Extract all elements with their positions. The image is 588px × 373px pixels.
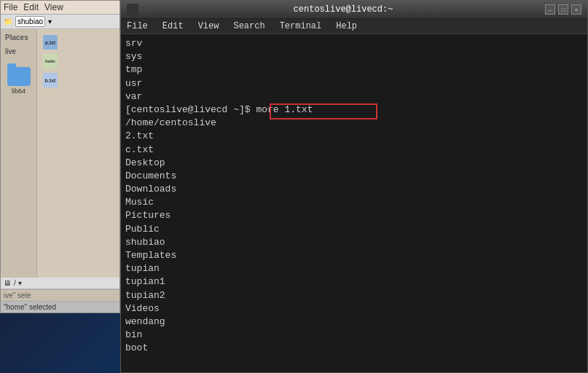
terminal-menu-search[interactable]: Search: [230, 20, 267, 32]
line-23: boot: [125, 342, 583, 355]
file-icon-hello: hello: [43, 54, 58, 68]
line-22: bin: [125, 329, 583, 342]
terminal-menu-help[interactable]: Help: [333, 20, 360, 32]
path-text[interactable]: / ▾: [14, 279, 22, 287]
line-6: /home/centoslive: [125, 117, 583, 130]
file-item-btxt[interactable]: b.txt: [43, 73, 114, 87]
minimize-button[interactable]: —: [545, 4, 555, 15]
line-10: Documents: [125, 170, 583, 183]
fm-menu-file[interactable]: File: [4, 2, 17, 12]
file-item-atxt[interactable]: a.txt: [43, 35, 114, 50]
file-icon-atxt: a.txt: [43, 35, 58, 50]
line-3: usr: [125, 77, 583, 90]
line-11: Downloads: [125, 183, 583, 196]
terminal-titlebar: centoslive@livecd:~ — □ ✕: [121, 1, 587, 19]
line-0: srv: [125, 37, 583, 50]
terminal-app-icon: [127, 4, 138, 15]
lib64-area: lib64: [2, 66, 35, 96]
shubiao-dropdown[interactable]: shubiao: [15, 16, 45, 27]
line-4: var: [125, 90, 583, 103]
line-12: Music: [125, 196, 583, 209]
line-9: Desktop: [125, 157, 583, 170]
places-item-live[interactable]: live: [2, 46, 35, 57]
line-13: Pictures: [125, 209, 583, 222]
line-16: Templates: [125, 249, 583, 262]
line-2: tmp: [125, 63, 583, 76]
dropdown-arrow-icon[interactable]: ▾: [48, 17, 52, 25]
terminal-window: centoslive@livecd:~ — □ ✕ File Edit View…: [120, 0, 588, 373]
line-21: wendang: [125, 315, 583, 329]
line-18: tupian1: [125, 275, 583, 288]
terminal-menu-edit[interactable]: Edit: [160, 20, 187, 32]
places-label: Places: [2, 32, 35, 43]
lib64-folder-icon[interactable]: [7, 67, 31, 86]
line-20: Videos: [125, 302, 583, 315]
home-selected-text: "home" selected: [4, 303, 56, 311]
terminal-body[interactable]: srv sys tmp usr var [centoslive@livecd ~…: [121, 34, 587, 372]
terminal-title: centoslive@livecd:~: [141, 4, 545, 15]
line-14: Public: [125, 223, 583, 236]
terminal-controls: — □ ✕: [545, 4, 581, 15]
line-8: c.txt: [125, 144, 583, 157]
line-17: tupian: [125, 262, 583, 275]
file-item-hello[interactable]: hello: [43, 54, 114, 68]
shubiao-bar: 📁 shubiao ▾: [1, 15, 119, 29]
folder-icon-small: 📁: [4, 17, 12, 25]
line-1: sys: [125, 50, 583, 63]
command-line-container: [centoslive@livecd ~]$ more 1.txt: [125, 103, 313, 117]
maximize-button[interactable]: □: [558, 4, 568, 15]
terminal-menu-terminal[interactable]: Terminal: [277, 20, 325, 32]
lib64-label: lib64: [12, 87, 26, 95]
file-icon-btxt: b.txt: [43, 73, 58, 87]
fm-content: Places live lib64 a.txt hello: [1, 29, 119, 278]
live-selected-text: ive" sele: [4, 291, 31, 299]
line-19: tupian2: [125, 289, 583, 302]
desktop: File Edit View 📁 shubiao ▾ Places live l…: [0, 0, 588, 373]
fm-menubar: File Edit View: [1, 1, 119, 15]
fm-main: a.txt hello b.txt: [37, 29, 119, 278]
fm-pathbar: 🖥 / ▾: [1, 278, 119, 289]
terminal-menu-view[interactable]: View: [195, 20, 222, 32]
fm-statusbar2: "home" selected: [1, 301, 119, 313]
path-icon: 🖥: [4, 279, 11, 287]
fm-menu-view[interactable]: View: [44, 2, 63, 12]
line-7: 2.txt: [125, 130, 583, 143]
terminal-menubar: File Edit View Search Terminal Help: [121, 19, 587, 34]
line-5: [centoslive@livecd ~]$ more 1.txt: [125, 103, 313, 117]
line-15: shubiao: [125, 236, 583, 249]
close-button[interactable]: ✕: [571, 4, 581, 15]
file-manager-window: File Edit View 📁 shubiao ▾ Places live l…: [0, 0, 120, 313]
fm-menu-edit[interactable]: Edit: [23, 2, 39, 12]
fm-sidebar: Places live lib64: [1, 29, 37, 278]
fm-statusbar: ive" sele: [1, 289, 119, 301]
terminal-menu-file[interactable]: File: [124, 20, 151, 32]
